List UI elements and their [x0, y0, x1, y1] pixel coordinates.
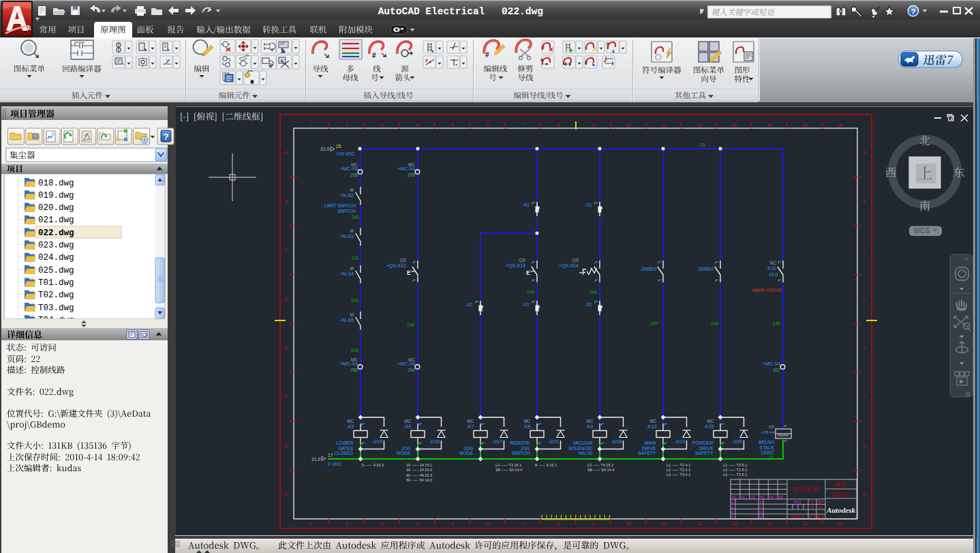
svg-text:8 --~-- 9 15.1: 8 --~-- 9 15.1 — [535, 463, 557, 467]
svg-text:13: 13 — [732, 123, 737, 128]
svg-text:-X1: -X1 — [522, 203, 530, 207]
svg-text:MC: MC — [707, 419, 714, 423]
svg-text:9: 9 — [592, 123, 595, 128]
svg-text:L2 --~-- T2 4.1: L2 --~-- T2 4.1 — [667, 468, 690, 472]
svg-text:249: 249 — [773, 321, 781, 326]
svg-text:7: 7 — [521, 123, 524, 128]
svg-text:M: M — [350, 312, 354, 317]
svg-text:VALVE: VALVE — [579, 451, 593, 455]
svg-text:MC: MC — [404, 419, 411, 423]
svg-text:3: 3 — [380, 521, 383, 526]
svg-text:LOWER: LOWER — [337, 440, 354, 445]
svg-text:12: 12 — [696, 521, 702, 526]
svg-text:1: 1 — [310, 123, 313, 128]
svg-text:6: 6 — [487, 521, 489, 526]
svg-text:241: 241 — [352, 256, 360, 260]
svg-text:E: E — [407, 269, 411, 276]
svg-text:15: 15 — [802, 123, 808, 128]
svg-text:-20RE0: -20RE0 — [697, 267, 714, 271]
svg-text:MAIN DRIVE: MAIN DRIVE — [752, 287, 782, 293]
svg-text:024.dwg: 024.dwg — [38, 253, 74, 263]
svg-text:D5: D5 — [769, 425, 774, 429]
svg-text:M3: M3 — [760, 496, 765, 499]
svg-text:L2 --~-- T4 15.1: L2 --~-- T4 15.1 — [587, 463, 613, 467]
svg-text:12: 12 — [696, 123, 702, 128]
svg-text:H: H — [285, 492, 288, 497]
svg-text:16: 16 — [838, 521, 843, 526]
svg-text:E: E — [863, 346, 866, 350]
svg-text:N: N — [731, 506, 734, 509]
svg-text:A RE 1: A RE 1 — [791, 515, 803, 519]
svg-text:D: D — [863, 297, 866, 301]
svg-text:10 --~-- 14 15.1: 10 --~-- 14 15.1 — [406, 463, 432, 467]
svg-text:246: 246 — [589, 290, 598, 295]
svg-text:R: R — [759, 501, 762, 505]
svg-text:208: 208 — [350, 173, 358, 177]
svg-text:SWITCH: SWITCH — [512, 451, 530, 455]
svg-text:240: 240 — [352, 215, 360, 220]
svg-text:+QS-S12: +QS-S12 — [386, 263, 406, 269]
svg-text:+N-S3: +N-S3 — [340, 234, 354, 239]
svg-text:9: 9 — [592, 521, 595, 526]
svg-text:M12: M12 — [793, 500, 801, 504]
svg-text:021.dwg: 021.dwg — [38, 215, 74, 225]
svg-text:+24 VDC: +24 VDC — [336, 151, 355, 156]
svg-text:-X1: -X1 — [585, 302, 592, 307]
svg-text:M4: M4 — [769, 496, 774, 499]
svg-text:10: 10 — [626, 123, 631, 128]
svg-text:25: 25 — [700, 143, 705, 147]
svg-text:205: 205 — [408, 173, 415, 177]
svg-text:R: R — [759, 506, 762, 509]
svg-text:MC: MC — [586, 419, 593, 423]
svg-text:-20RE0: -20RE0 — [640, 267, 656, 271]
svg-text:14: 14 — [767, 521, 772, 526]
svg-text:10: 10 — [626, 521, 631, 526]
svg-text:JOG: JOG — [521, 446, 530, 451]
svg-text:7: 7 — [521, 521, 524, 526]
svg-text:-K15: -K15 — [704, 424, 714, 429]
svg-text:M5: M5 — [779, 496, 784, 499]
svg-text:+QS-S14: +QS-S14 — [559, 263, 579, 269]
svg-text:N: N — [731, 515, 734, 519]
svg-text:F: F — [285, 394, 288, 399]
svg-text:N: N — [731, 501, 734, 505]
svg-text:5: 5 — [451, 521, 454, 526]
svg-text:DRIVE: DRIVE — [642, 446, 656, 451]
svg-text:MODE: MODE — [459, 451, 474, 455]
svg-text:POWDER: POWDER — [692, 440, 714, 445]
svg-text:C DE A: C DE A — [810, 515, 823, 519]
svg-text:E: E — [526, 269, 530, 276]
svg-text:020.dwg: 020.dwg — [38, 203, 74, 213]
svg-text:M0: M0 — [732, 496, 737, 499]
svg-text:2: 2 — [346, 521, 348, 526]
svg-text:M1: M1 — [741, 496, 746, 499]
svg-text:MC: MC — [523, 419, 530, 423]
svg-text:N: N — [731, 511, 734, 514]
svg-text:-K8: -K8 — [523, 424, 531, 429]
svg-text:023.dwg: 023.dwg — [38, 241, 74, 250]
svg-text:025.dwg: 025.dwg — [38, 266, 74, 275]
svg-text:G: G — [285, 443, 288, 448]
svg-text:T02.dwg: T02.dwg — [38, 290, 74, 300]
svg-text:11: 11 — [661, 521, 666, 526]
svg-text:L2 --~-- T2 15.1: L2 --~-- T2 15.1 — [495, 463, 521, 467]
svg-text:11: 11 — [769, 453, 774, 458]
svg-text:M2: M2 — [750, 496, 755, 499]
svg-text:5: 5 — [451, 123, 454, 128]
svg-text:206: 206 — [350, 368, 358, 372]
svg-text:L3 --~-- T3 4.1: L3 --~-- T3 4.1 — [667, 473, 690, 477]
svg-text:#: # — [542, 45, 545, 50]
svg-text:-D15: -D15 — [372, 439, 382, 444]
svg-text:-K6: -K6 — [404, 424, 412, 429]
svg-text:-K11: -K11 — [767, 266, 776, 271]
svg-text:242: 242 — [351, 298, 359, 303]
svg-text:R: R — [759, 515, 762, 519]
svg-text:T03.dwg: T03.dwg — [38, 303, 74, 313]
svg-text:-D18: -D18 — [611, 439, 622, 444]
svg-text:DRIVE: DRIVE — [699, 446, 714, 451]
svg-text:B: B — [285, 199, 288, 204]
svg-text:-K5: -K5 — [347, 424, 354, 429]
svg-text:NC: NC — [770, 260, 777, 265]
svg-text:4: 4 — [416, 521, 418, 526]
svg-text:243: 243 — [351, 348, 359, 353]
